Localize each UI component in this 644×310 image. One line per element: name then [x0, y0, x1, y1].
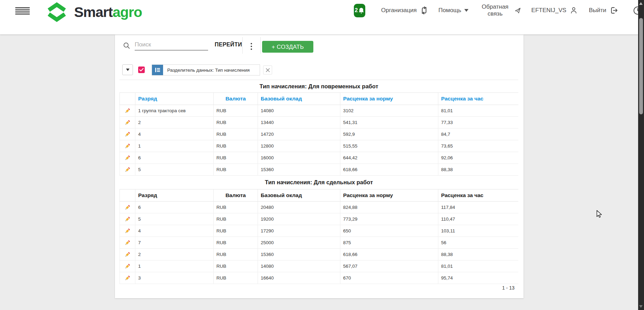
edit-cell[interactable] — [120, 272, 135, 284]
grid-cell: 2 — [135, 249, 214, 260]
hamburger-icon[interactable] — [15, 7, 30, 15]
table-row: 3RUB1664067095,74 — [120, 272, 519, 284]
table-row: 6RUB20480824,88117,84 — [120, 202, 519, 213]
edit-cell[interactable] — [120, 117, 135, 129]
menu-item-organization[interactable]: Организация — [381, 6, 429, 15]
grid-cell: 5 — [135, 213, 214, 225]
column-header-razryad[interactable]: Разряд — [135, 93, 214, 105]
scrollbar-thumb[interactable] — [639, 18, 643, 114]
column-header-rascenka-za-normu[interactable]: Расценка за норму — [340, 189, 438, 202]
pagination-range: 1 - 13 — [502, 285, 515, 291]
edit-column-header — [120, 189, 135, 202]
menu-item-help[interactable]: Помощь — [438, 7, 468, 14]
grid-cell: RUB — [214, 117, 258, 129]
filter-checkbox[interactable] — [138, 67, 145, 73]
toolbar-divider — [260, 37, 261, 54]
edit-pencil-icon[interactable] — [124, 263, 131, 269]
break-icon — [152, 65, 163, 75]
grid-cell: 541,31 — [340, 117, 438, 129]
grid-cell: RUB — [214, 237, 258, 249]
edit-pencil-icon[interactable] — [124, 240, 131, 246]
table-row: 2RUB15360618,6688,38 — [120, 249, 519, 260]
edit-pencil-icon[interactable] — [124, 216, 131, 222]
grid-cell: 19200 — [258, 213, 340, 225]
grid-cell: 670 — [340, 272, 438, 284]
filter-dropdown-button[interactable] — [122, 64, 133, 75]
menu-item-user[interactable]: EFTENIJ_VS — [531, 6, 578, 15]
menu-item-feedback[interactable]: Обратная связь — [479, 3, 521, 17]
edit-cell[interactable] — [120, 152, 135, 164]
grid-cell: 1 — [135, 260, 214, 272]
edit-cell[interactable] — [120, 140, 135, 152]
column-header-bazovyj-oklad[interactable]: Базовый оклад — [258, 93, 340, 105]
grid-cell: 88,38 — [438, 164, 519, 176]
grid-cell: 1 — [135, 140, 214, 152]
remove-filter-button[interactable] — [263, 65, 272, 74]
grid-cell: 824,88 — [340, 202, 438, 213]
edit-pencil-icon[interactable] — [124, 143, 131, 149]
logo-icon — [44, 2, 69, 22]
edit-pencil-icon[interactable] — [124, 228, 131, 234]
username-label: EFTENIJ_VS — [531, 7, 566, 14]
go-button[interactable]: ПЕРЕЙТИ — [215, 42, 242, 48]
menu-item-logout[interactable]: Выйти — [589, 6, 618, 15]
edit-cell[interactable] — [120, 105, 135, 117]
column-header-rascenka-za-normu[interactable]: Расценка за норму — [340, 93, 438, 105]
column-header-rascenka-za-chas[interactable]: Расценка за час — [438, 93, 519, 105]
grid-cell: 618,66 — [340, 249, 438, 260]
grid-cell: 3 — [135, 272, 214, 284]
vertical-scrollbar[interactable] — [638, 0, 644, 310]
edit-pencil-icon[interactable] — [124, 155, 131, 161]
column-header-rascenka-za-chas[interactable]: Расценка за час — [438, 189, 519, 202]
edit-pencil-icon[interactable] — [124, 204, 131, 211]
brand-logo[interactable]: Smartagro — [44, 2, 142, 22]
control-break-chip[interactable]: Разделитель данных: Тип начисления — [152, 64, 260, 76]
column-header-valyuta[interactable]: Валюта — [214, 189, 258, 202]
report-card: ПЕРЕЙТИ + СОЗДАТЬ Разделит — [115, 35, 524, 298]
grid-cell: 875 — [340, 237, 438, 249]
grid-cell: 15360 — [258, 164, 340, 176]
bell-icon — [358, 7, 364, 14]
edit-pencil-icon[interactable] — [124, 251, 131, 258]
create-button[interactable]: + СОЗДАТЬ — [262, 41, 313, 53]
grid-cell: RUB — [214, 105, 258, 117]
edit-cell[interactable] — [120, 129, 135, 140]
table-row: 1 группа трактора севRUB14080310281,01 — [120, 105, 519, 117]
grid-cell: 618,66 — [340, 164, 438, 176]
edit-pencil-icon[interactable] — [124, 108, 131, 114]
edit-cell[interactable] — [120, 225, 135, 237]
edit-cell[interactable] — [120, 164, 135, 176]
scroll-down-arrow-icon[interactable] — [639, 305, 643, 308]
user-icon — [570, 6, 578, 15]
grid-cell: 73,65 — [438, 140, 519, 152]
edit-pencil-icon[interactable] — [124, 167, 131, 173]
grid-cell: 16640 — [258, 272, 340, 284]
edit-pencil-icon[interactable] — [124, 119, 131, 126]
cursor-icon — [596, 210, 602, 219]
edit-cell[interactable] — [120, 237, 135, 249]
edit-cell[interactable] — [120, 213, 135, 225]
grid-cell: RUB — [214, 140, 258, 152]
grid-cell: 6 — [135, 202, 214, 213]
grid-cell: 4 — [135, 129, 214, 140]
grid-cell: 16000 — [258, 152, 340, 164]
grid-cell: 103,11 — [438, 225, 519, 237]
edit-cell[interactable] — [120, 260, 135, 272]
edit-cell[interactable] — [120, 249, 135, 260]
notifications-button[interactable]: 2 — [354, 4, 365, 17]
actions-kebab-icon[interactable] — [246, 39, 257, 53]
edit-cell[interactable] — [120, 202, 135, 213]
search-input[interactable] — [135, 39, 208, 51]
edit-pencil-icon[interactable] — [124, 275, 131, 281]
grid-cell: 117,84 — [438, 202, 519, 213]
logo-text: Smartagro — [74, 4, 142, 20]
table-row: 1RUB14080567,0781,01 — [120, 260, 519, 272]
table-row: 4RUB17290650103,11 — [120, 225, 519, 237]
column-header-razryad[interactable]: Разряд — [135, 189, 214, 202]
edit-pencil-icon[interactable] — [124, 131, 131, 138]
column-header-bazovyj-oklad[interactable]: Базовый оклад — [258, 189, 340, 202]
column-header-valyuta[interactable]: Валюта — [214, 93, 258, 105]
grid-cell: RUB — [214, 202, 258, 213]
scroll-up-arrow-icon[interactable] — [639, 2, 643, 5]
grid-cell: RUB — [214, 129, 258, 140]
